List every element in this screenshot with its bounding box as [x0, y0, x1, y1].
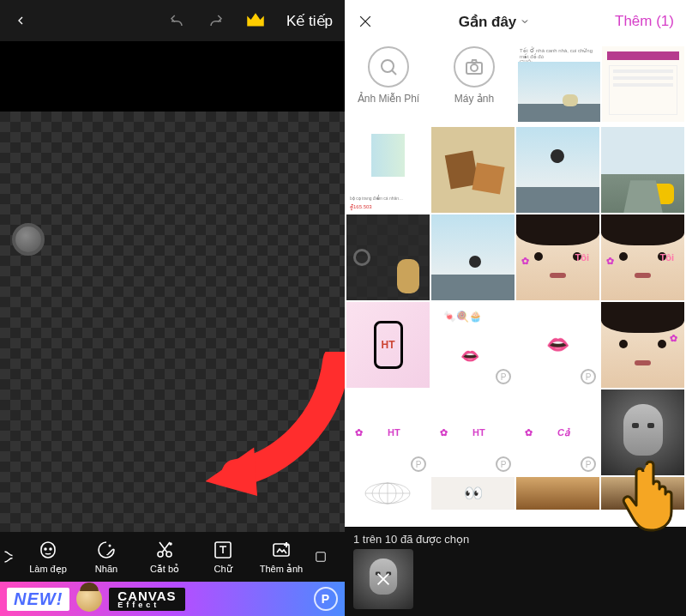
- svg-point-4: [109, 545, 111, 547]
- gallery-thumb[interactable]: ₫165.503 bộ cọ trang điểm cá nhân…: [346, 127, 430, 213]
- tool-add-photo[interactable]: Thêm ảnh: [252, 532, 310, 582]
- banner-title: CANVAS Effect: [109, 588, 184, 611]
- picsart-logo-icon: P: [314, 587, 338, 611]
- gallery-thumb[interactable]: [601, 127, 684, 213]
- tool-next-partial[interactable]: [310, 532, 326, 582]
- svg-point-2: [45, 548, 46, 550]
- gallery-thumb[interactable]: [431, 214, 514, 300]
- tool-text[interactable]: Chữ: [194, 532, 252, 582]
- gallery-thumb[interactable]: [516, 477, 599, 510]
- gallery-thumb-selected[interactable]: [601, 390, 684, 475]
- selected-thumb[interactable]: [353, 549, 413, 609]
- svg-rect-1: [41, 542, 55, 558]
- picsart-badge-icon: P: [581, 369, 596, 384]
- gallery-thumb[interactable]: [346, 477, 430, 510]
- cutout-icon: [154, 540, 175, 560]
- back-button[interactable]: [9, 9, 33, 33]
- text-icon: [213, 540, 233, 560]
- selected-bar: 1 trên 10 đã được chọn: [345, 527, 686, 616]
- gallery-thumb[interactable]: ✿: [601, 302, 684, 388]
- tool-label: Chữ: [214, 564, 232, 575]
- sticker-icon: [96, 540, 117, 560]
- gallery-thumb[interactable]: [601, 477, 684, 510]
- search-icon: [368, 46, 409, 88]
- gallery-thumb[interactable]: 👀: [431, 477, 514, 510]
- svg-point-13: [471, 64, 478, 71]
- svg-point-11: [382, 60, 394, 72]
- gallery-thumb[interactable]: ✿Tôi: [601, 214, 684, 300]
- banner-face-icon: [76, 586, 102, 612]
- quick-actions-row: Ảnh Miễn Phí Máy ảnh Tối: Ở nhà canh nhà…: [345, 43, 686, 127]
- mannequin-head-icon: [623, 404, 663, 456]
- tool-label: Nhãn: [95, 564, 117, 574]
- quick-label: Máy ảnh: [454, 93, 494, 105]
- gallery-pane: Gần đây Thêm (1) Ảnh Miễn Phí Máy ảnh Tố…: [345, 0, 686, 616]
- gallery-thumb[interactable]: Tối: Ở nhà canh nhà, coi chừng mất đồ đó…: [518, 46, 600, 122]
- gallery-thumb[interactable]: ✿Tôi: [516, 214, 599, 300]
- gallery-thumb[interactable]: ✿ HT P: [346, 390, 430, 475]
- chevron-down-icon: [520, 16, 530, 27]
- tool-sticker[interactable]: Nhãn: [77, 532, 135, 582]
- camera-icon: [454, 46, 495, 88]
- joystick-handle[interactable]: [12, 223, 45, 256]
- tool-beauty[interactable]: Làm đẹp: [19, 532, 77, 582]
- selected-count-label: 1 trên 10 đã được chọn: [353, 533, 677, 546]
- gallery-thumb[interactable]: [431, 127, 514, 213]
- phone-ht-icon: HT: [374, 321, 403, 369]
- picsart-badge-icon: P: [496, 456, 511, 472]
- redo-button[interactable]: [204, 9, 228, 33]
- tool-cutout[interactable]: Cắt bỏ: [135, 532, 194, 582]
- editor-toolbar: Làm đẹp Nhãn Cắt bỏ Chữ Thêm ảnh: [0, 532, 345, 582]
- editor-header: Kế tiếp: [0, 0, 345, 41]
- canvas-area[interactable]: [0, 41, 345, 532]
- add-photo-icon: [271, 540, 292, 560]
- premium-crown-icon[interactable]: [244, 9, 268, 33]
- album-title: Gần đây: [459, 13, 517, 31]
- gallery-thumb[interactable]: 👄 P: [516, 302, 599, 388]
- picsart-badge-icon: P: [411, 456, 426, 472]
- svg-rect-10: [316, 553, 326, 562]
- tool-prev-partial[interactable]: [0, 532, 19, 582]
- face-icon: [38, 540, 58, 560]
- free-images-button[interactable]: Ảnh Miễn Phí: [346, 46, 430, 122]
- gallery-grid: ₫165.503 bộ cọ trang điểm cá nhân… ✿Tôi …: [345, 127, 686, 527]
- gallery-header: Gần đây Thêm (1): [345, 0, 686, 43]
- gallery-thumb[interactable]: [516, 127, 599, 213]
- gallery-thumb[interactable]: [346, 214, 430, 300]
- add-button[interactable]: Thêm (1): [615, 13, 674, 30]
- close-button[interactable]: [357, 13, 374, 30]
- gallery-thumb[interactable]: ✿ HT P: [431, 390, 514, 475]
- svg-point-7: [170, 543, 172, 545]
- transparent-canvas: [0, 112, 345, 532]
- undo-button[interactable]: [165, 9, 189, 33]
- quick-label: Ảnh Miễn Phí: [358, 93, 419, 105]
- tool-label: Làm đẹp: [29, 564, 67, 575]
- picsart-badge-icon: P: [496, 369, 511, 384]
- camera-button[interactable]: Máy ảnh: [432, 46, 516, 122]
- gallery-thumb[interactable]: ✿ Cả P: [516, 390, 599, 475]
- tool-label: Thêm ảnh: [260, 564, 303, 575]
- album-dropdown[interactable]: Gần đây: [459, 13, 531, 31]
- promo-banner[interactable]: NEW! CANVAS Effect P: [0, 582, 345, 616]
- gallery-thumb[interactable]: [602, 46, 684, 122]
- editor-pane: Kế tiếp Làm đẹp Nhãn Cắt bỏ Chữ: [0, 0, 345, 616]
- svg-point-3: [50, 548, 51, 550]
- next-button[interactable]: Kế tiếp: [283, 12, 336, 30]
- picsart-badge-icon: P: [581, 456, 596, 472]
- gallery-thumb[interactable]: 🍬🍭🧁 👄 P: [431, 302, 514, 388]
- remove-selected-button[interactable]: [353, 549, 413, 609]
- tool-label: Cắt bỏ: [150, 564, 179, 575]
- banner-new-badge: NEW!: [7, 588, 69, 611]
- gallery-thumb[interactable]: HT: [346, 302, 430, 388]
